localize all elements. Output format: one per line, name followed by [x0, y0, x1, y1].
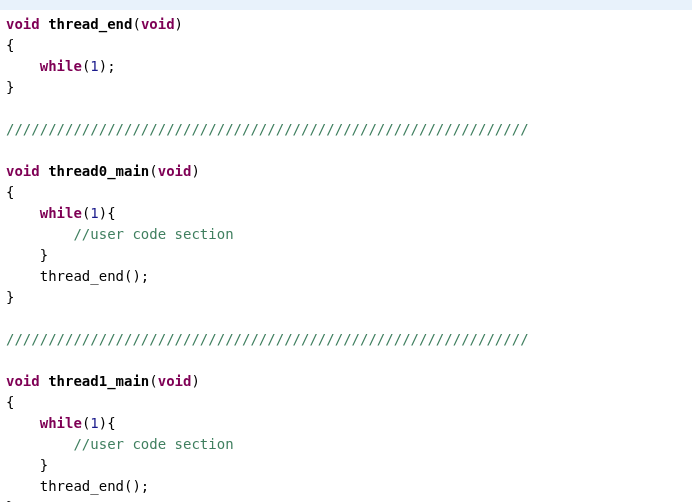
indent: [6, 58, 40, 74]
fn-thread-end: thread_end: [48, 16, 132, 32]
open-paren: (: [132, 16, 140, 32]
space: [40, 373, 48, 389]
indent: [6, 268, 40, 284]
comment-user-code: //user code section: [73, 436, 233, 452]
fn-thread1-main: thread1_main: [48, 373, 149, 389]
close-paren: ): [191, 163, 199, 179]
keyword-while: while: [40, 58, 82, 74]
indent: [6, 247, 40, 263]
close-brace: }: [40, 457, 48, 473]
open-brace: {: [6, 184, 14, 200]
close-paren: ): [191, 373, 199, 389]
keyword-void-param: void: [141, 16, 175, 32]
keyword-void: void: [6, 163, 40, 179]
semicolon: ;: [107, 58, 115, 74]
indent: [6, 205, 40, 221]
keyword-void: void: [6, 16, 40, 32]
literal-one: 1: [90, 415, 98, 431]
space: [40, 163, 48, 179]
indent: [6, 436, 73, 452]
close-paren: ): [175, 16, 183, 32]
open-brace: {: [6, 37, 14, 53]
keyword-void-param: void: [158, 373, 192, 389]
divider-comment: ////////////////////////////////////////…: [6, 331, 529, 347]
indent: [6, 457, 40, 473]
comment-user-code: //user code section: [73, 226, 233, 242]
call-thread-end: thread_end();: [40, 268, 150, 284]
open-paren: (: [149, 163, 157, 179]
literal-one: 1: [90, 205, 98, 221]
space: [40, 16, 48, 32]
indent: [6, 415, 40, 431]
close-paren: ): [99, 415, 107, 431]
keyword-void-param: void: [158, 163, 192, 179]
fn-thread0-main: thread0_main: [48, 163, 149, 179]
keyword-while: while: [40, 415, 82, 431]
keyword-while: while: [40, 205, 82, 221]
top-highlight-bar: [0, 0, 692, 10]
keyword-void: void: [6, 373, 40, 389]
indent: [6, 226, 73, 242]
open-paren: (: [149, 373, 157, 389]
close-paren: ): [99, 58, 107, 74]
open-brace-inline: {: [107, 205, 115, 221]
open-brace: {: [6, 394, 14, 410]
open-brace-inline: {: [107, 415, 115, 431]
indent: [6, 478, 40, 494]
code-block: void thread_end(void) { while(1); } ////…: [0, 10, 692, 502]
close-brace: }: [40, 247, 48, 263]
literal-one: 1: [90, 58, 98, 74]
close-paren: ): [99, 205, 107, 221]
close-brace: }: [6, 79, 14, 95]
divider-comment: ////////////////////////////////////////…: [6, 121, 529, 137]
call-thread-end: thread_end();: [40, 478, 150, 494]
close-brace: }: [6, 289, 14, 305]
